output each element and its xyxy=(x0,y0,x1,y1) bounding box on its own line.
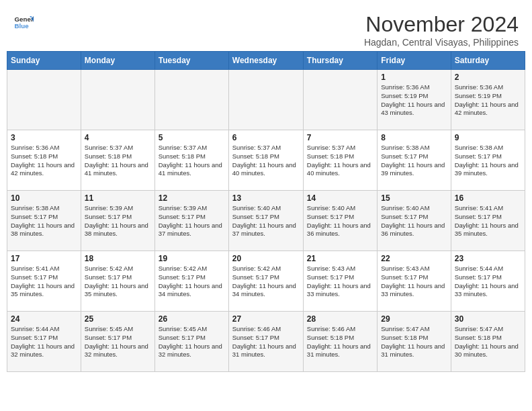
day-number: 29 xyxy=(381,314,447,324)
day-number: 8 xyxy=(381,133,447,142)
header-row: SundayMondayTuesdayWednesdayThursdayFrid… xyxy=(7,52,525,70)
day-info: Sunrise: 5:42 AM Sunset: 5:17 PM Dayligh… xyxy=(85,265,151,299)
week-row-3: 10Sunrise: 5:38 AM Sunset: 5:17 PM Dayli… xyxy=(7,191,525,251)
day-number: 5 xyxy=(159,133,225,142)
day-number: 3 xyxy=(11,133,77,142)
day-info: Sunrise: 5:46 AM Sunset: 5:18 PM Dayligh… xyxy=(307,325,373,359)
day-number: 6 xyxy=(232,133,300,142)
day-info: Sunrise: 5:45 AM Sunset: 5:17 PM Dayligh… xyxy=(85,325,151,359)
calendar-cell xyxy=(303,70,377,130)
calendar-cell: 3Sunrise: 5:36 AM Sunset: 5:18 PM Daylig… xyxy=(7,130,81,191)
calendar-cell: 24Sunrise: 5:44 AM Sunset: 5:17 PM Dayli… xyxy=(7,312,81,372)
day-info: Sunrise: 5:44 AM Sunset: 5:17 PM Dayligh… xyxy=(455,265,521,299)
day-info: Sunrise: 5:36 AM Sunset: 5:19 PM Dayligh… xyxy=(455,83,521,118)
calendar-cell: 12Sunrise: 5:39 AM Sunset: 5:17 PM Dayli… xyxy=(154,191,228,251)
col-header-saturday: Saturday xyxy=(451,52,525,70)
day-number: 14 xyxy=(307,193,373,203)
header: General Blue November 2024 Hagdan, Centr… xyxy=(7,7,525,51)
col-header-monday: Monday xyxy=(81,52,154,70)
day-info: Sunrise: 5:43 AM Sunset: 5:17 PM Dayligh… xyxy=(381,265,447,299)
calendar-cell: 22Sunrise: 5:43 AM Sunset: 5:17 PM Dayli… xyxy=(378,251,451,312)
day-number: 28 xyxy=(307,314,373,324)
calendar-cell: 7Sunrise: 5:37 AM Sunset: 5:18 PM Daylig… xyxy=(303,130,377,191)
calendar-cell: 8Sunrise: 5:38 AM Sunset: 5:17 PM Daylig… xyxy=(378,130,451,191)
day-number: 20 xyxy=(232,254,300,263)
day-info: Sunrise: 5:41 AM Sunset: 5:17 PM Dayligh… xyxy=(455,204,521,238)
calendar-cell: 25Sunrise: 5:45 AM Sunset: 5:17 PM Dayli… xyxy=(81,312,154,372)
day-number: 18 xyxy=(85,254,151,263)
col-header-sunday: Sunday xyxy=(7,52,81,70)
calendar-cell: 14Sunrise: 5:40 AM Sunset: 5:17 PM Dayli… xyxy=(303,191,377,251)
day-number: 15 xyxy=(381,193,447,203)
calendar-cell xyxy=(154,70,228,130)
col-header-tuesday: Tuesday xyxy=(154,52,228,70)
day-info: Sunrise: 5:47 AM Sunset: 5:18 PM Dayligh… xyxy=(455,325,521,359)
calendar-cell: 27Sunrise: 5:46 AM Sunset: 5:17 PM Dayli… xyxy=(228,312,303,372)
location-title: Hagdan, Central Visayas, Philippines xyxy=(364,37,519,48)
day-info: Sunrise: 5:40 AM Sunset: 5:17 PM Dayligh… xyxy=(232,204,300,238)
day-number: 26 xyxy=(159,314,225,324)
day-info: Sunrise: 5:40 AM Sunset: 5:17 PM Dayligh… xyxy=(381,204,447,238)
day-info: Sunrise: 5:38 AM Sunset: 5:17 PM Dayligh… xyxy=(381,144,447,178)
day-number: 22 xyxy=(381,254,447,263)
day-number: 7 xyxy=(307,133,373,142)
day-info: Sunrise: 5:37 AM Sunset: 5:18 PM Dayligh… xyxy=(159,144,225,178)
day-info: Sunrise: 5:37 AM Sunset: 5:18 PM Dayligh… xyxy=(307,144,373,178)
calendar-cell: 16Sunrise: 5:41 AM Sunset: 5:17 PM Dayli… xyxy=(451,191,525,251)
day-info: Sunrise: 5:43 AM Sunset: 5:17 PM Dayligh… xyxy=(307,265,373,299)
calendar-cell: 13Sunrise: 5:40 AM Sunset: 5:17 PM Dayli… xyxy=(228,191,303,251)
day-number: 23 xyxy=(455,254,521,263)
day-number: 4 xyxy=(85,133,151,142)
calendar-cell: 11Sunrise: 5:39 AM Sunset: 5:17 PM Dayli… xyxy=(81,191,154,251)
logo: General Blue xyxy=(13,12,34,32)
day-info: Sunrise: 5:37 AM Sunset: 5:18 PM Dayligh… xyxy=(232,144,300,178)
day-info: Sunrise: 5:40 AM Sunset: 5:17 PM Dayligh… xyxy=(307,204,373,238)
calendar-cell: 19Sunrise: 5:42 AM Sunset: 5:17 PM Dayli… xyxy=(154,251,228,312)
day-number: 27 xyxy=(232,314,300,324)
calendar-cell: 18Sunrise: 5:42 AM Sunset: 5:17 PM Dayli… xyxy=(81,251,154,312)
week-row-4: 17Sunrise: 5:41 AM Sunset: 5:17 PM Dayli… xyxy=(7,251,525,312)
day-number: 13 xyxy=(232,193,300,203)
day-number: 16 xyxy=(455,193,521,203)
calendar-cell: 28Sunrise: 5:46 AM Sunset: 5:18 PM Dayli… xyxy=(303,312,377,372)
col-header-thursday: Thursday xyxy=(303,52,377,70)
calendar-cell: 10Sunrise: 5:38 AM Sunset: 5:17 PM Dayli… xyxy=(7,191,81,251)
calendar-cell xyxy=(81,70,154,130)
day-number: 30 xyxy=(455,314,521,324)
calendar-cell: 23Sunrise: 5:44 AM Sunset: 5:17 PM Dayli… xyxy=(451,251,525,312)
calendar-cell: 4Sunrise: 5:37 AM Sunset: 5:18 PM Daylig… xyxy=(81,130,154,191)
week-row-5: 24Sunrise: 5:44 AM Sunset: 5:17 PM Dayli… xyxy=(7,312,525,372)
day-number: 24 xyxy=(11,314,77,324)
day-number: 11 xyxy=(85,193,151,203)
day-number: 19 xyxy=(159,254,225,263)
day-info: Sunrise: 5:38 AM Sunset: 5:17 PM Dayligh… xyxy=(455,144,521,178)
day-info: Sunrise: 5:47 AM Sunset: 5:18 PM Dayligh… xyxy=(381,325,447,359)
day-info: Sunrise: 5:39 AM Sunset: 5:17 PM Dayligh… xyxy=(85,204,151,238)
day-info: Sunrise: 5:41 AM Sunset: 5:17 PM Dayligh… xyxy=(11,265,77,299)
day-number: 25 xyxy=(85,314,151,324)
calendar-cell: 5Sunrise: 5:37 AM Sunset: 5:18 PM Daylig… xyxy=(154,130,228,191)
day-info: Sunrise: 5:38 AM Sunset: 5:17 PM Dayligh… xyxy=(11,204,77,238)
col-header-friday: Friday xyxy=(378,52,451,70)
title-area: November 2024 Hagdan, Central Visayas, P… xyxy=(364,12,519,48)
calendar-cell: 26Sunrise: 5:45 AM Sunset: 5:17 PM Dayli… xyxy=(154,312,228,372)
day-number: 9 xyxy=(455,133,521,142)
day-info: Sunrise: 5:44 AM Sunset: 5:17 PM Dayligh… xyxy=(11,325,77,359)
week-row-1: 1Sunrise: 5:36 AM Sunset: 5:19 PM Daylig… xyxy=(7,70,525,130)
calendar-cell: 30Sunrise: 5:47 AM Sunset: 5:18 PM Dayli… xyxy=(451,312,525,372)
day-info: Sunrise: 5:45 AM Sunset: 5:17 PM Dayligh… xyxy=(159,325,225,359)
week-row-2: 3Sunrise: 5:36 AM Sunset: 5:18 PM Daylig… xyxy=(7,130,525,191)
col-header-wednesday: Wednesday xyxy=(228,52,303,70)
day-number: 21 xyxy=(307,254,373,263)
day-info: Sunrise: 5:42 AM Sunset: 5:17 PM Dayligh… xyxy=(159,265,225,299)
calendar-cell: 6Sunrise: 5:37 AM Sunset: 5:18 PM Daylig… xyxy=(228,130,303,191)
day-number: 2 xyxy=(455,73,521,82)
day-info: Sunrise: 5:36 AM Sunset: 5:19 PM Dayligh… xyxy=(381,83,447,118)
calendar-cell: 2Sunrise: 5:36 AM Sunset: 5:19 PM Daylig… xyxy=(451,70,525,130)
calendar-cell: 17Sunrise: 5:41 AM Sunset: 5:17 PM Dayli… xyxy=(7,251,81,312)
calendar-cell xyxy=(228,70,303,130)
month-title: November 2024 xyxy=(364,12,519,37)
logo-icon: General Blue xyxy=(13,12,34,32)
day-info: Sunrise: 5:36 AM Sunset: 5:18 PM Dayligh… xyxy=(11,144,77,178)
calendar-cell: 1Sunrise: 5:36 AM Sunset: 5:19 PM Daylig… xyxy=(378,70,451,130)
